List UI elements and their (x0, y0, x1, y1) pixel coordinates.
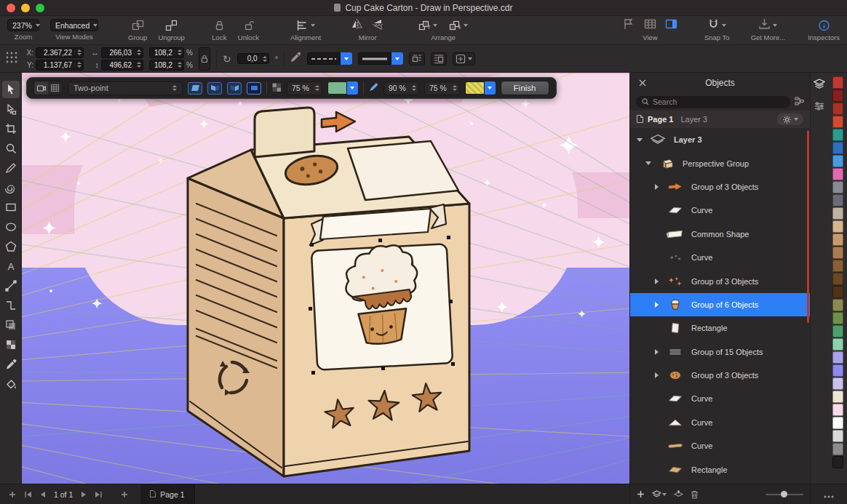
grid-view-icon[interactable] (644, 18, 656, 33)
objects-tree-item[interactable]: Rectangle (630, 457, 810, 481)
search-input[interactable] (653, 97, 784, 106)
chevron-down-icon[interactable] (391, 52, 403, 65)
connector-tool[interactable] (2, 297, 20, 314)
finish-button[interactable]: Finish (501, 81, 549, 95)
canvas-illustration[interactable] (22, 73, 629, 484)
get-more-control[interactable]: Get More... (751, 19, 786, 41)
artistic-media-tool[interactable] (2, 179, 20, 196)
objects-tree-item[interactable]: Group of 6 Objects (630, 293, 810, 316)
plane-top-button[interactable] (188, 82, 202, 95)
objects-tree-item[interactable]: Curve (630, 434, 810, 457)
perspective-type-select[interactable]: Two-point (68, 81, 183, 95)
group-button[interactable]: Group (128, 19, 147, 41)
add-page-after-button[interactable] (121, 491, 128, 498)
plane-right-button[interactable] (227, 82, 242, 95)
mirror-vertical-icon[interactable] (372, 18, 384, 33)
objects-tree-item[interactable]: Perspective Group (630, 151, 810, 175)
palette-swatch[interactable] (832, 377, 843, 390)
palette-swatch[interactable] (832, 233, 843, 246)
zoom-select[interactable]: 237% (7, 19, 39, 31)
disclosure-triangle-icon[interactable] (655, 349, 659, 355)
drawing-canvas[interactable]: Two-point 75 % 90 % 75 % (22, 73, 629, 484)
snap-to-control[interactable]: Snap To (704, 19, 730, 41)
inspector-panel-icon[interactable] (665, 18, 677, 33)
lattice-icon[interactable] (5, 51, 18, 67)
palette-swatch[interactable] (832, 207, 843, 220)
attributes-eyedropper-icon[interactable] (290, 52, 301, 65)
last-page-icon[interactable] (95, 491, 103, 498)
objects-tree-item[interactable]: Curve (630, 199, 810, 222)
drop-shadow-tool[interactable] (2, 316, 20, 334)
ungroup-button[interactable]: Ungroup (158, 19, 184, 41)
palette-swatch[interactable] (832, 404, 843, 416)
inspectors-button[interactable]: Inspectors (808, 19, 840, 41)
order-backward-icon[interactable] (448, 19, 469, 32)
palette-swatch[interactable] (832, 325, 843, 337)
layer-options-button[interactable] (777, 113, 803, 125)
objects-tree-item[interactable]: Curve (630, 387, 810, 410)
horizon-opacity-field[interactable]: 90 % (383, 81, 419, 95)
add-page-button[interactable] (9, 491, 16, 498)
next-page-icon[interactable] (81, 491, 87, 498)
wrap-text-button[interactable] (409, 52, 425, 65)
palette-swatch[interactable] (832, 76, 843, 89)
palette-swatch[interactable] (832, 286, 843, 298)
chevron-down-icon[interactable] (347, 81, 358, 95)
palette-swatch[interactable] (832, 391, 843, 403)
lock-button[interactable]: Lock (212, 19, 227, 41)
palette-swatch[interactable] (832, 364, 843, 377)
floor-color-select[interactable] (465, 81, 496, 95)
page-tab[interactable]: Page 1 (140, 484, 194, 504)
shape-tool[interactable] (2, 100, 20, 118)
first-page-icon[interactable] (24, 491, 32, 498)
scene-toggle[interactable] (33, 81, 63, 95)
palette-swatch[interactable] (832, 247, 843, 259)
close-icon[interactable] (637, 78, 648, 88)
delete-object-button[interactable] (691, 490, 699, 499)
palette-swatch[interactable] (832, 220, 843, 233)
palette-swatch[interactable] (832, 430, 843, 442)
disclosure-triangle-icon[interactable] (655, 184, 659, 190)
alignment-control[interactable]: Alignment (290, 19, 321, 41)
outline-style-select[interactable] (307, 52, 352, 65)
palette-swatch[interactable] (832, 155, 843, 167)
new-master-layer-button[interactable] (673, 490, 684, 499)
line-tool[interactable] (2, 277, 20, 295)
palette-swatch[interactable] (832, 338, 843, 351)
grid-opacity-field[interactable]: 75 % (287, 81, 322, 95)
interactive-fill-tool[interactable] (2, 375, 20, 393)
disclosure-triangle-icon[interactable] (637, 138, 643, 142)
palette-swatch[interactable] (832, 116, 843, 128)
palette-swatch[interactable] (832, 260, 843, 272)
polygon-tool[interactable] (2, 238, 20, 255)
disclosure-triangle-icon[interactable] (655, 302, 659, 308)
palette-swatch[interactable] (832, 142, 843, 154)
close-window-button[interactable] (7, 4, 15, 12)
text-flow-button[interactable] (431, 52, 447, 65)
palette-swatch[interactable] (832, 129, 843, 141)
rotation-angle-field[interactable]: 0,0 (237, 53, 269, 64)
disclosure-triangle-icon[interactable] (645, 161, 651, 165)
palette-swatch[interactable] (832, 351, 843, 364)
y-position-field[interactable]: 1.137,67 (36, 60, 84, 71)
plane-left-button[interactable] (207, 82, 222, 95)
palette-swatch[interactable] (832, 312, 843, 324)
order-forward-icon[interactable] (417, 19, 439, 32)
minimize-window-button[interactable] (21, 4, 30, 12)
unlock-button[interactable]: Unlock (238, 19, 259, 41)
add-object-button[interactable] (637, 490, 645, 498)
tree-view-icon[interactable] (795, 95, 804, 108)
palette-swatch[interactable] (832, 443, 843, 455)
text-tool[interactable]: A (2, 257, 20, 275)
objects-tree-item[interactable]: Common Shape (630, 223, 810, 246)
chevron-down-icon[interactable] (485, 81, 496, 95)
objects-tree-item[interactable]: Rectangle (630, 316, 810, 340)
objects-tree-item[interactable]: Layer 3 (630, 128, 810, 151)
objects-tree-item[interactable]: Group of 3 Objects (630, 269, 810, 292)
lock-ratio-button[interactable] (199, 47, 210, 71)
floor-opacity-field[interactable]: 75 % (424, 81, 460, 95)
mirror-horizontal-icon[interactable] (351, 18, 363, 33)
outline-width-select[interactable] (358, 52, 403, 65)
plane-floor-button[interactable] (247, 82, 261, 95)
new-layer-button[interactable] (651, 490, 667, 499)
